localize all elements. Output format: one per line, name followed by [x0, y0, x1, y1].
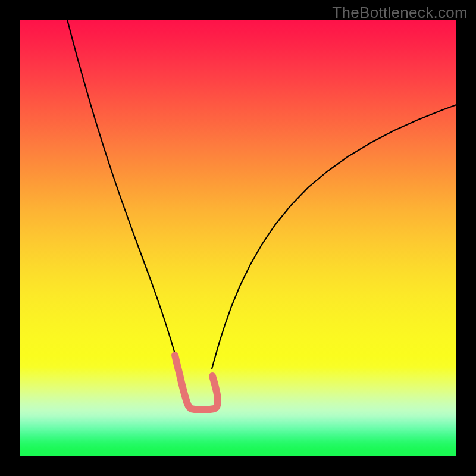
chart-plot-area: [20, 20, 456, 456]
chart-curves: [20, 20, 456, 456]
salmon-overlay: [175, 355, 218, 409]
black-curve-right: [212, 105, 456, 369]
black-curve-left: [67, 20, 179, 369]
watermark: TheBottleneck.com: [332, 4, 468, 22]
